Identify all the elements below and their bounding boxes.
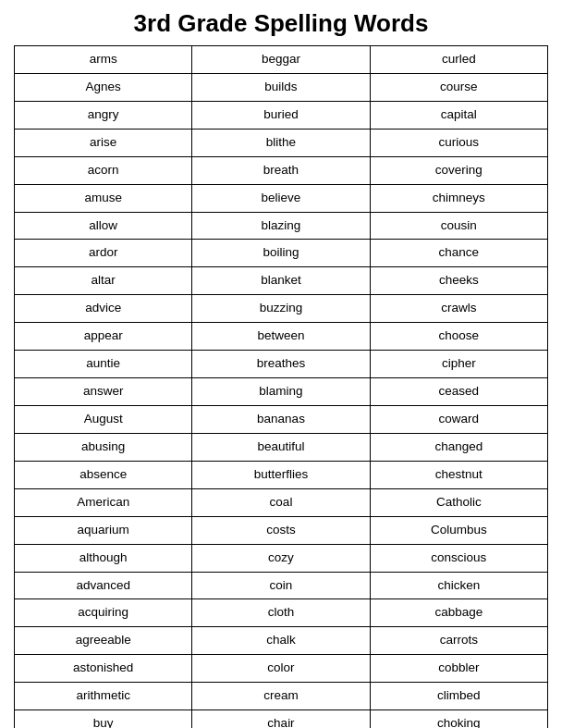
cell-s2-r6-c0: buy [15,710,192,728]
cell-s1-r6-c1: blazing [192,212,370,240]
cell-s2-r4-c1: color [192,655,370,683]
cell-s1-r1-c0: Agnes [15,73,192,101]
cell-s1-r2-c1: buried [192,101,370,129]
cell-s1-r5-c2: chimneys [370,184,547,212]
cell-s1-r15-c0: absence [15,461,192,488]
cell-s2-r1-c1: coin [192,572,370,599]
cell-s1-r4-c0: acorn [15,156,192,184]
cell-s1-r16-c1: coal [192,488,370,516]
cell-s1-r10-c1: between [192,323,370,351]
cell-s1-r3-c2: curious [370,129,547,156]
cell-s1-r7-c0: ardor [15,240,192,267]
cell-s1-r7-c2: chance [370,240,547,267]
cell-s1-r16-c2: Catholic [370,488,547,516]
cell-s1-r4-c1: breath [192,156,370,184]
cell-s2-r3-c2: carrots [370,627,547,655]
cell-s1-r2-c2: capital [370,101,547,129]
cell-s1-r8-c2: cheeks [370,267,547,295]
cell-s1-r12-c1: blaming [192,378,370,406]
cell-s1-r5-c0: amuse [15,184,192,212]
cell-s1-r2-c0: angry [15,101,192,129]
word-table: armsbeggarcurledAgnesbuildscourseangrybu… [14,45,548,728]
cell-s1-r11-c0: auntie [15,351,192,378]
cell-s2-r5-c2: climbed [370,683,547,710]
cell-s1-r8-c1: blanket [192,267,370,295]
cell-s2-r6-c1: chair [192,710,370,728]
cell-s1-r17-c1: costs [192,516,370,544]
cell-s1-r3-c0: arise [15,129,192,156]
cell-s1-r12-c0: answer [15,378,192,406]
cell-s2-r5-c1: cream [192,683,370,710]
cell-s1-r6-c2: cousin [370,212,547,240]
cell-s1-r8-c0: altar [15,267,192,295]
cell-s1-r15-c2: chestnut [370,461,547,488]
cell-s1-r9-c0: advice [15,295,192,323]
cell-s1-r13-c1: bananas [192,405,370,433]
cell-s2-r6-c2: choking [370,710,547,728]
cell-s2-r4-c2: cobbler [370,655,547,683]
cell-s1-r10-c2: choose [370,323,547,351]
cell-s1-r14-c2: changed [370,433,547,461]
cell-s2-r0-c0: although [15,544,192,572]
cell-s1-r9-c1: buzzing [192,295,370,323]
cell-s1-r10-c0: appear [15,323,192,351]
cell-s1-r0-c1: beggar [192,46,370,74]
cell-s2-r0-c1: cozy [192,544,370,572]
cell-s1-r9-c2: crawls [370,295,547,323]
cell-s2-r1-c2: chicken [370,572,547,599]
cell-s2-r5-c0: arithmetic [15,683,192,710]
cell-s2-r2-c2: cabbage [370,599,547,627]
page: 3rd Grade Spelling Words armsbeggarcurle… [0,0,562,728]
cell-s2-r3-c0: agreeable [15,627,192,655]
cell-s2-r4-c0: astonished [15,655,192,683]
cell-s2-r3-c1: chalk [192,627,370,655]
cell-s1-r12-c2: ceased [370,378,547,406]
page-title: 3rd Grade Spelling Words [14,9,548,38]
cell-s1-r13-c0: August [15,405,192,433]
cell-s1-r17-c0: aquarium [15,516,192,544]
cell-s1-r16-c0: American [15,488,192,516]
cell-s1-r11-c1: breathes [192,351,370,378]
cell-s1-r1-c1: builds [192,73,370,101]
cell-s1-r6-c0: allow [15,212,192,240]
cell-s2-r0-c2: conscious [370,544,547,572]
cell-s1-r7-c1: boiling [192,240,370,267]
cell-s2-r2-c1: cloth [192,599,370,627]
cell-s1-r3-c1: blithe [192,129,370,156]
cell-s2-r1-c0: advanced [15,572,192,599]
cell-s1-r0-c2: curled [370,46,547,74]
cell-s1-r0-c0: arms [15,46,192,74]
cell-s1-r11-c2: cipher [370,351,547,378]
cell-s1-r15-c1: butterflies [192,461,370,488]
cell-s1-r14-c1: beautiful [192,433,370,461]
cell-s1-r1-c2: course [370,73,547,101]
cell-s2-r2-c0: acquiring [15,599,192,627]
cell-s1-r5-c1: believe [192,184,370,212]
cell-s1-r4-c2: covering [370,156,547,184]
cell-s1-r14-c0: abusing [15,433,192,461]
cell-s1-r13-c2: coward [370,405,547,433]
cell-s1-r17-c2: Columbus [370,516,547,544]
